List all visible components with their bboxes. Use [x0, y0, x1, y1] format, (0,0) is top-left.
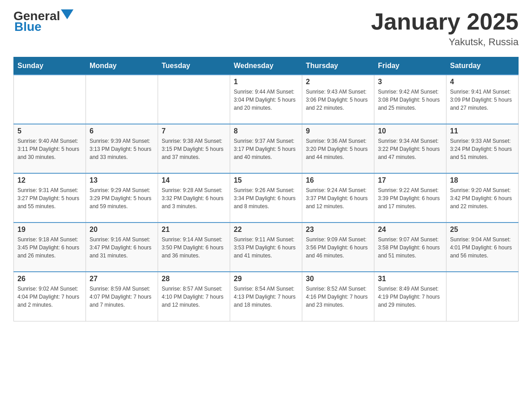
cell-w1-d1 — [86, 75, 158, 124]
cell-w2-d4: 9Sunrise: 9:36 AM Sunset: 3:20 PM Daylig… — [302, 124, 374, 173]
week-row-1: 1Sunrise: 9:44 AM Sunset: 3:04 PM Daylig… — [14, 75, 519, 124]
day-info-25: Sunrise: 9:04 AM Sunset: 4:01 PM Dayligh… — [450, 235, 515, 260]
day-number-11: 11 — [450, 127, 515, 135]
col-tuesday: Tuesday — [158, 57, 230, 75]
cell-w2-d6: 11Sunrise: 9:33 AM Sunset: 3:24 PM Dayli… — [446, 124, 519, 173]
cell-w4-d2: 21Sunrise: 9:14 AM Sunset: 3:50 PM Dayli… — [158, 223, 230, 272]
day-number-14: 14 — [162, 176, 226, 184]
day-number-28: 28 — [162, 275, 226, 283]
cell-w5-d5: 31Sunrise: 8:49 AM Sunset: 4:19 PM Dayli… — [374, 272, 446, 321]
day-number-21: 21 — [162, 226, 226, 234]
day-number-6: 6 — [90, 127, 154, 135]
cell-w4-d3: 22Sunrise: 9:11 AM Sunset: 3:53 PM Dayli… — [230, 223, 302, 272]
cell-w3-d3: 15Sunrise: 9:26 AM Sunset: 3:34 PM Dayli… — [230, 173, 302, 223]
day-number-15: 15 — [234, 176, 298, 184]
col-friday: Friday — [374, 57, 446, 75]
day-number-25: 25 — [450, 226, 515, 234]
day-info-10: Sunrise: 9:34 AM Sunset: 3:22 PM Dayligh… — [378, 137, 442, 161]
day-number-8: 8 — [234, 127, 298, 135]
cell-w5-d3: 29Sunrise: 8:54 AM Sunset: 4:13 PM Dayli… — [230, 272, 302, 321]
cell-w3-d4: 16Sunrise: 9:24 AM Sunset: 3:37 PM Dayli… — [302, 173, 374, 223]
cell-w4-d0: 19Sunrise: 9:18 AM Sunset: 3:45 PM Dayli… — [14, 223, 86, 272]
day-info-3: Sunrise: 9:42 AM Sunset: 3:08 PM Dayligh… — [378, 88, 442, 112]
page-header: General Blue January 2025 Yakutsk, Russi… — [13, 9, 519, 48]
day-info-2: Sunrise: 9:43 AM Sunset: 3:06 PM Dayligh… — [306, 88, 370, 112]
cell-w5-d4: 30Sunrise: 8:52 AM Sunset: 4:16 PM Dayli… — [302, 272, 374, 321]
cell-w3-d2: 14Sunrise: 9:28 AM Sunset: 3:32 PM Dayli… — [158, 173, 230, 223]
svg-marker-0 — [61, 9, 73, 19]
day-info-14: Sunrise: 9:28 AM Sunset: 3:32 PM Dayligh… — [162, 186, 226, 210]
day-number-20: 20 — [90, 226, 154, 234]
day-number-31: 31 — [378, 275, 442, 283]
day-info-15: Sunrise: 9:26 AM Sunset: 3:34 PM Dayligh… — [234, 186, 298, 210]
calendar-body: 1Sunrise: 9:44 AM Sunset: 3:04 PM Daylig… — [14, 75, 519, 321]
day-info-19: Sunrise: 9:18 AM Sunset: 3:45 PM Dayligh… — [17, 235, 82, 260]
day-number-1: 1 — [234, 78, 298, 86]
logo: General Blue — [13, 9, 73, 34]
cell-w1-d5: 3Sunrise: 9:42 AM Sunset: 3:08 PM Daylig… — [374, 75, 446, 124]
day-number-22: 22 — [234, 226, 298, 234]
day-info-6: Sunrise: 9:39 AM Sunset: 3:13 PM Dayligh… — [90, 137, 154, 161]
day-number-2: 2 — [306, 78, 370, 86]
day-info-22: Sunrise: 9:11 AM Sunset: 3:53 PM Dayligh… — [234, 235, 298, 260]
day-number-5: 5 — [17, 127, 82, 135]
day-number-18: 18 — [450, 176, 515, 184]
day-info-11: Sunrise: 9:33 AM Sunset: 3:24 PM Dayligh… — [450, 137, 515, 161]
day-number-3: 3 — [378, 78, 442, 86]
logo-blue-text: Blue — [14, 20, 42, 34]
day-info-13: Sunrise: 9:29 AM Sunset: 3:29 PM Dayligh… — [90, 186, 154, 210]
day-number-16: 16 — [306, 176, 370, 184]
day-info-23: Sunrise: 9:09 AM Sunset: 3:56 PM Dayligh… — [306, 235, 370, 260]
cell-w5-d1: 27Sunrise: 8:59 AM Sunset: 4:07 PM Dayli… — [86, 272, 158, 321]
week-row-4: 19Sunrise: 9:18 AM Sunset: 3:45 PM Dayli… — [14, 223, 519, 272]
week-row-5: 26Sunrise: 9:02 AM Sunset: 4:04 PM Dayli… — [14, 272, 519, 321]
day-info-4: Sunrise: 9:41 AM Sunset: 3:09 PM Dayligh… — [450, 88, 515, 112]
day-info-28: Sunrise: 8:57 AM Sunset: 4:10 PM Dayligh… — [162, 285, 226, 309]
cell-w3-d0: 12Sunrise: 9:31 AM Sunset: 3:27 PM Dayli… — [14, 173, 86, 223]
days-of-week-row: Sunday Monday Tuesday Wednesday Thursday… — [14, 57, 519, 75]
calendar-header: Sunday Monday Tuesday Wednesday Thursday… — [14, 57, 519, 75]
cell-w1-d6: 4Sunrise: 9:41 AM Sunset: 3:09 PM Daylig… — [446, 75, 519, 124]
calendar-subtitle: Yakutsk, Russia — [371, 36, 519, 48]
col-wednesday: Wednesday — [230, 57, 302, 75]
day-info-12: Sunrise: 9:31 AM Sunset: 3:27 PM Dayligh… — [17, 186, 82, 210]
day-number-19: 19 — [17, 226, 82, 234]
title-section: January 2025 Yakutsk, Russia — [371, 9, 519, 48]
day-info-20: Sunrise: 9:16 AM Sunset: 3:47 PM Dayligh… — [90, 235, 154, 260]
day-number-24: 24 — [378, 226, 442, 234]
day-number-29: 29 — [234, 275, 298, 283]
cell-w1-d0 — [14, 75, 86, 124]
day-number-4: 4 — [450, 78, 515, 86]
cell-w4-d5: 24Sunrise: 9:07 AM Sunset: 3:58 PM Dayli… — [374, 223, 446, 272]
day-number-10: 10 — [378, 127, 442, 135]
col-monday: Monday — [86, 57, 158, 75]
day-number-9: 9 — [306, 127, 370, 135]
week-row-2: 5Sunrise: 9:40 AM Sunset: 3:11 PM Daylig… — [14, 124, 519, 173]
cell-w1-d4: 2Sunrise: 9:43 AM Sunset: 3:06 PM Daylig… — [302, 75, 374, 124]
cell-w3-d1: 13Sunrise: 9:29 AM Sunset: 3:29 PM Dayli… — [86, 173, 158, 223]
day-info-9: Sunrise: 9:36 AM Sunset: 3:20 PM Dayligh… — [306, 137, 370, 161]
cell-w5-d2: 28Sunrise: 8:57 AM Sunset: 4:10 PM Dayli… — [158, 272, 230, 321]
cell-w2-d5: 10Sunrise: 9:34 AM Sunset: 3:22 PM Dayli… — [374, 124, 446, 173]
day-info-24: Sunrise: 9:07 AM Sunset: 3:58 PM Dayligh… — [378, 235, 442, 260]
cell-w1-d2 — [158, 75, 230, 124]
day-number-23: 23 — [306, 226, 370, 234]
cell-w4-d6: 25Sunrise: 9:04 AM Sunset: 4:01 PM Dayli… — [446, 223, 519, 272]
col-sunday: Sunday — [14, 57, 86, 75]
cell-w3-d5: 17Sunrise: 9:22 AM Sunset: 3:39 PM Dayli… — [374, 173, 446, 223]
day-info-30: Sunrise: 8:52 AM Sunset: 4:16 PM Dayligh… — [306, 285, 370, 309]
cell-w2-d1: 6Sunrise: 9:39 AM Sunset: 3:13 PM Daylig… — [86, 124, 158, 173]
day-info-17: Sunrise: 9:22 AM Sunset: 3:39 PM Dayligh… — [378, 186, 442, 210]
day-info-5: Sunrise: 9:40 AM Sunset: 3:11 PM Dayligh… — [17, 137, 82, 161]
day-info-1: Sunrise: 9:44 AM Sunset: 3:04 PM Dayligh… — [234, 88, 298, 112]
day-info-8: Sunrise: 9:37 AM Sunset: 3:17 PM Dayligh… — [234, 137, 298, 161]
day-info-16: Sunrise: 9:24 AM Sunset: 3:37 PM Dayligh… — [306, 186, 370, 210]
day-info-7: Sunrise: 9:38 AM Sunset: 3:15 PM Dayligh… — [162, 137, 226, 161]
col-saturday: Saturday — [446, 57, 519, 75]
day-number-30: 30 — [306, 275, 370, 283]
cell-w2-d0: 5Sunrise: 9:40 AM Sunset: 3:11 PM Daylig… — [14, 124, 86, 173]
day-info-18: Sunrise: 9:20 AM Sunset: 3:42 PM Dayligh… — [450, 186, 515, 210]
cell-w5-d6 — [446, 272, 519, 321]
day-number-17: 17 — [378, 176, 442, 184]
day-info-31: Sunrise: 8:49 AM Sunset: 4:19 PM Dayligh… — [378, 285, 442, 309]
